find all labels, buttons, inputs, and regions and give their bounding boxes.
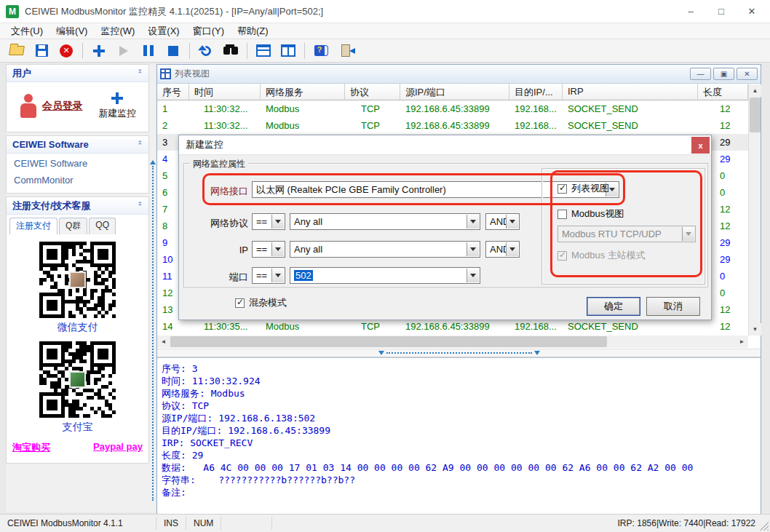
scroll-right-icon[interactable]: ► bbox=[736, 336, 748, 348]
chevron-down-icon[interactable] bbox=[467, 215, 479, 229]
split-vertical-icon[interactable] bbox=[277, 41, 299, 60]
help-icon[interactable] bbox=[310, 41, 332, 60]
cell-src: 192.168.6.45:33899 bbox=[400, 103, 509, 114]
tab-q-group[interactable]: Q群 bbox=[59, 218, 87, 234]
chevron-down-icon[interactable] bbox=[506, 215, 518, 229]
maximize-button[interactable]: □ bbox=[706, 1, 737, 20]
close-button[interactable]: ✕ bbox=[737, 1, 767, 20]
table-row[interactable]: 1411:30:35...ModbusTCP192.168.6.45:33899… bbox=[157, 318, 761, 335]
open-icon[interactable] bbox=[6, 41, 28, 60]
detail-splitter[interactable] bbox=[157, 349, 761, 357]
promiscuous-checkbox[interactable]: 混杂模式 bbox=[235, 296, 287, 309]
column-header-6[interactable]: IRP bbox=[563, 84, 698, 100]
menu-item-0[interactable]: 文件(U) bbox=[4, 23, 49, 39]
detail-line: 源IP/端口: 192.168.6.138:502 bbox=[162, 412, 761, 424]
port-op-combobox[interactable]: == bbox=[252, 267, 285, 284]
checkbox-unchecked-icon[interactable] bbox=[557, 210, 567, 219]
scrollbar-thumb[interactable] bbox=[170, 336, 607, 347]
ip-op-combobox[interactable]: == bbox=[252, 241, 285, 258]
cancel-button[interactable]: 取消 bbox=[646, 297, 700, 316]
column-header-0[interactable]: 序号 bbox=[157, 84, 189, 100]
software-panel-header[interactable]: CEIWEI Software ⌃⌃ bbox=[7, 136, 148, 154]
column-header-4[interactable]: 源IP/端口 bbox=[400, 84, 509, 100]
sidebar-splitter[interactable] bbox=[149, 64, 156, 512]
start-icon[interactable] bbox=[113, 41, 135, 60]
checkbox-checked-icon[interactable] bbox=[235, 298, 245, 308]
pause-icon[interactable] bbox=[138, 41, 159, 60]
chevron-down-icon[interactable] bbox=[467, 242, 479, 256]
toolbar-separator bbox=[304, 43, 305, 59]
modbus-view-checkbox[interactable]: Modbus视图 bbox=[557, 207, 624, 221]
support-panel-header[interactable]: 注册支付/技术客服 ⌃⌃ bbox=[7, 197, 148, 215]
menu-item-3[interactable]: 设置(X) bbox=[141, 23, 186, 39]
column-header-1[interactable]: 时间 bbox=[189, 84, 261, 100]
dialog-title: 新建监控 bbox=[186, 138, 223, 151]
table-vertical-scrollbar[interactable]: ▲ ▼ bbox=[748, 84, 761, 336]
member-login[interactable]: 会员登录 bbox=[19, 94, 83, 119]
chevron-down-icon[interactable] bbox=[506, 242, 518, 256]
software-panel: CEIWEI Software ⌃⌃ CEIWEI Software CommM… bbox=[6, 135, 149, 194]
chevron-down-icon[interactable] bbox=[271, 269, 284, 282]
checkbox-checked-icon[interactable] bbox=[557, 184, 567, 194]
column-header-2[interactable]: 网络服务 bbox=[261, 84, 345, 100]
menu-item-4[interactable]: 窗口(Y) bbox=[186, 23, 231, 39]
column-header-3[interactable]: 协议 bbox=[345, 84, 400, 100]
menu-item-2[interactable]: 监控(W) bbox=[94, 23, 141, 39]
port-value-combobox[interactable]: 502 bbox=[290, 267, 480, 284]
column-header-5[interactable]: 目的IP/... bbox=[509, 84, 563, 100]
column-header-7[interactable]: 长度 bbox=[698, 84, 748, 100]
dialog-close-button[interactable]: x bbox=[691, 137, 710, 154]
modbus-master-label: Modbus 主站模式 bbox=[571, 249, 646, 262]
table-row[interactable]: 211:30:32...ModbusTCP192.168.6.45:338991… bbox=[157, 117, 761, 134]
resize-grip[interactable] bbox=[760, 522, 769, 531]
table-row[interactable]: 111:30:32...ModbusTCP192.168.6.45:338991… bbox=[157, 100, 761, 117]
paypal-link[interactable]: Paypal pay bbox=[93, 441, 143, 454]
new-monitor-button[interactable]: 新建监控 bbox=[98, 92, 136, 120]
chevron-down-icon[interactable] bbox=[271, 242, 284, 256]
cell-service: Modbus bbox=[261, 103, 345, 114]
scroll-up-icon[interactable]: ▲ bbox=[749, 84, 761, 97]
collapse-chevron-icon[interactable]: ⌃⌃ bbox=[137, 202, 143, 209]
split-horizontal-icon[interactable] bbox=[253, 41, 274, 60]
chevron-down-icon[interactable] bbox=[271, 215, 284, 229]
member-login-link[interactable]: 会员登录 bbox=[42, 100, 83, 113]
child-restore-button[interactable]: ▣ bbox=[713, 68, 734, 80]
add-monitor-icon[interactable] bbox=[88, 41, 110, 60]
find-icon[interactable] bbox=[220, 41, 242, 60]
protocol-value-combobox[interactable]: Any all bbox=[290, 213, 480, 230]
scroll-left-icon[interactable]: ◄ bbox=[157, 336, 170, 348]
taobao-link[interactable]: 淘宝购买 bbox=[12, 441, 50, 454]
menu-item-1[interactable]: 编辑(V) bbox=[49, 23, 94, 39]
child-minimize-button[interactable]: — bbox=[690, 68, 711, 80]
chevron-down-icon[interactable] bbox=[467, 269, 479, 282]
sidebar-item-ceiwei-software[interactable]: CEIWEI Software bbox=[7, 154, 148, 170]
ip-and-combobox[interactable]: AND bbox=[485, 241, 520, 258]
ip-value-combobox[interactable]: Any all bbox=[290, 241, 480, 258]
menu-item-5[interactable]: 帮助(Z) bbox=[231, 23, 275, 39]
collapse-chevron-icon[interactable]: ⌃⌃ bbox=[137, 141, 143, 148]
exit-icon[interactable] bbox=[335, 41, 357, 60]
protocol-and-combobox[interactable]: AND bbox=[485, 213, 520, 230]
collapse-chevron-icon[interactable]: ⌃⌃ bbox=[137, 70, 143, 76]
list-view-checkbox[interactable]: 列表视图 bbox=[557, 182, 609, 195]
tab-register-pay[interactable]: 注册支付 bbox=[9, 218, 57, 234]
scroll-down-icon[interactable]: ▼ bbox=[749, 323, 761, 336]
title-bar: M CEIWEI ModbusMonitor 监控精灵 4.1.1(20251)… bbox=[0, 0, 770, 23]
tab-qq[interactable]: QQ bbox=[89, 218, 116, 234]
child-close-button[interactable]: ✕ bbox=[737, 68, 758, 80]
scrollbar-thumb[interactable] bbox=[750, 98, 761, 132]
user-panel-header[interactable]: 用户 ⌃⌃ bbox=[7, 65, 148, 82]
sidebar-item-commmonitor[interactable]: CommMonitor bbox=[7, 170, 148, 193]
minimize-button[interactable]: – bbox=[675, 1, 706, 20]
dialog-title-bar[interactable]: 新建监控 bbox=[179, 135, 711, 155]
cancel-icon[interactable]: ✕ bbox=[55, 41, 77, 60]
list-view-title-bar[interactable]: 列表视图 — ▣ ✕ bbox=[157, 65, 761, 84]
ok-button[interactable]: 确定 bbox=[587, 297, 640, 316]
save-icon[interactable] bbox=[31, 41, 52, 60]
protocol-op-combobox[interactable]: == bbox=[252, 213, 285, 230]
cell-service: Modbus bbox=[261, 321, 345, 332]
refresh-icon[interactable] bbox=[195, 41, 217, 60]
table-horizontal-scrollbar[interactable]: ◄ ► bbox=[157, 336, 748, 348]
stop-icon[interactable] bbox=[162, 41, 184, 60]
cell-time: 11:30:32... bbox=[189, 103, 261, 114]
